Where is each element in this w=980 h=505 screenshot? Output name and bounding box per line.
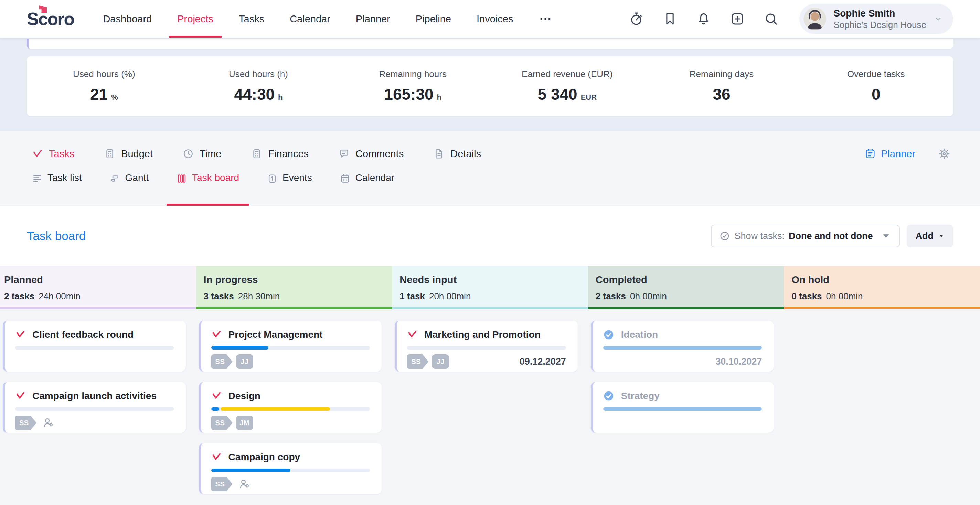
- progress-segment-blue: [211, 468, 291, 472]
- stat-value: 165:30h: [336, 85, 490, 103]
- tab-tasks[interactable]: Tasks: [32, 148, 74, 160]
- task-title: Client feedback round: [32, 329, 134, 340]
- task-title: Campaign copy: [229, 452, 300, 463]
- task-card-campaign-launch-activities[interactable]: Campaign launch activitiesSS: [3, 382, 186, 433]
- task-card-ideation[interactable]: Ideation30.10.2027: [591, 321, 774, 372]
- add-button[interactable]: Add: [907, 225, 953, 247]
- nav-item-invoices[interactable]: Invoices: [477, 0, 513, 38]
- card-footer: SSJM: [211, 415, 370, 431]
- nav-item-tasks[interactable]: Tasks: [239, 0, 264, 38]
- task-progress-bar: [15, 407, 174, 411]
- stopwatch-icon[interactable]: [629, 11, 644, 27]
- add-button-label: Add: [916, 231, 934, 241]
- caret-down-icon: [939, 233, 944, 239]
- column-meta: 2 tasks24h 00min: [4, 291, 196, 302]
- stat-label: Used hours (%): [27, 69, 181, 79]
- card-head: Campaign launch activities: [15, 389, 174, 402]
- owner-badge: SS: [407, 354, 428, 369]
- column-title: Needs input: [399, 274, 588, 286]
- event-icon: [267, 173, 278, 184]
- topbar-icons: [629, 11, 779, 27]
- quick-add-icon[interactable]: [730, 11, 745, 27]
- nav-item-planner[interactable]: Planner: [356, 0, 390, 38]
- subtab-calendar[interactable]: Calendar: [340, 172, 395, 206]
- stat-unit: h: [278, 93, 283, 102]
- due-date: 30.10.2027: [715, 356, 762, 367]
- subtab-task-board[interactable]: Task board: [176, 172, 239, 206]
- subtab-events[interactable]: Events: [267, 172, 312, 206]
- task-card-client-feedback-round[interactable]: Client feedback round: [3, 321, 186, 372]
- show-tasks-value: Done and not done: [789, 231, 873, 241]
- progress-segment-lightblue: [603, 346, 762, 349]
- view-subtabs: Task listGanttTask boardEventsCalendar: [32, 172, 951, 206]
- nav-item-pipeline[interactable]: Pipeline: [416, 0, 451, 38]
- task-progress-bar: [211, 468, 370, 472]
- subtab-gantt[interactable]: Gantt: [110, 172, 149, 206]
- stat-value: 21%: [27, 85, 181, 103]
- tab-label: Comments: [355, 148, 404, 160]
- tab-budget[interactable]: Budget: [104, 148, 153, 160]
- column-meta: 1 task20h 00min: [399, 291, 588, 302]
- due-date: 09.12.2027: [520, 356, 566, 367]
- tab-label: Budget: [121, 148, 153, 160]
- task-card-design[interactable]: DesignSSJM: [199, 382, 382, 433]
- nav-item-calendar[interactable]: Calendar: [290, 0, 330, 38]
- progress-segment-lightblue: [603, 407, 762, 411]
- nav-item-dashboard[interactable]: Dashboard: [103, 0, 152, 38]
- tab-time[interactable]: Time: [182, 148, 221, 160]
- tab-finances[interactable]: Finances: [251, 148, 309, 160]
- task-check-icon: [211, 330, 221, 340]
- task-check-icon: [407, 330, 417, 340]
- task-progress-bar: [603, 346, 762, 349]
- task-done-icon: [603, 391, 614, 402]
- tab-details[interactable]: Details: [433, 148, 481, 160]
- subtab-label: Task board: [192, 172, 239, 183]
- calculator-icon: [251, 148, 262, 160]
- gear-icon[interactable]: [937, 147, 951, 160]
- column-headers: Planned2 tasks24h 00minIn progress3 task…: [0, 266, 980, 309]
- assignees: SS: [211, 477, 251, 491]
- column-header-on-hold: On hold0 tasks0h 00min: [784, 266, 980, 309]
- list-icon: [32, 173, 43, 184]
- show-tasks-label: Show tasks:: [734, 231, 784, 241]
- show-tasks-filter[interactable]: Show tasks: Done and not done: [711, 225, 899, 247]
- calendar-icon: [340, 173, 351, 184]
- stat-remaining-hours: Remaining hours165:30h: [336, 69, 490, 103]
- tab-label: Finances: [268, 148, 309, 160]
- nav-item-projects[interactable]: Projects: [177, 0, 213, 38]
- comment-icon: [338, 148, 350, 160]
- card-footer: SS: [211, 476, 370, 492]
- assignee-person-icon: [238, 478, 251, 491]
- bookmark-icon[interactable]: [662, 11, 678, 27]
- task-title: Design: [229, 391, 261, 402]
- column-title: Planned: [4, 274, 196, 286]
- notifications-bell-icon[interactable]: [696, 11, 711, 27]
- task-check-icon: [211, 452, 221, 462]
- stats-zone: Used hours (%)21%Used hours (h)44:30hRem…: [0, 38, 980, 131]
- more-menu-icon[interactable]: [539, 12, 552, 26]
- tab-comments[interactable]: Comments: [338, 148, 404, 160]
- search-icon[interactable]: [764, 11, 779, 27]
- column-needs-input-cards: Marketing and PromotionSSJJ09.12.2027: [392, 309, 588, 494]
- assignees: SS: [15, 416, 55, 430]
- subtab-task-list[interactable]: Task list: [32, 172, 82, 206]
- user-menu[interactable]: Sophie Smith Sophie's Design House: [799, 4, 953, 34]
- member-badge: JJ: [236, 354, 253, 369]
- caret-down-icon: [881, 230, 892, 241]
- card-footer: SS: [15, 415, 174, 431]
- subtab-label: Task list: [48, 172, 82, 183]
- planner-calendar-icon: [864, 148, 876, 160]
- planner-label: Planner: [881, 148, 915, 160]
- task-card-marketing-and-promotion[interactable]: Marketing and PromotionSSJJ09.12.2027: [395, 321, 578, 372]
- task-title: Project Management: [229, 329, 323, 340]
- scoro-logo[interactable]: Scoro: [27, 10, 74, 28]
- task-card-campaign-copy[interactable]: Campaign copySS: [199, 443, 382, 494]
- assignees: SSJJ: [407, 354, 449, 369]
- task-card-project-management[interactable]: Project ManagementSSJJ: [199, 321, 382, 372]
- task-card-strategy[interactable]: Strategy: [591, 382, 774, 433]
- planner-link[interactable]: Planner: [864, 148, 915, 160]
- card-head: Project Management: [211, 328, 370, 341]
- progress-segment-blue: [211, 346, 269, 349]
- task-progress-bar: [15, 346, 174, 349]
- subtab-label: Events: [283, 172, 312, 183]
